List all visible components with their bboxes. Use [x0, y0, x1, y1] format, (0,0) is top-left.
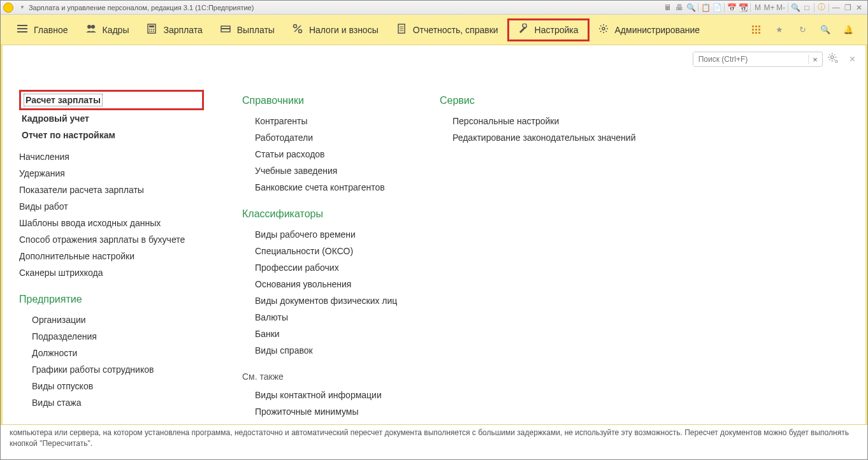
menu-reports[interactable]: Отчетность, справки — [387, 18, 507, 41]
svg-point-22 — [602, 27, 605, 30]
link-additional-settings[interactable]: Дополнительные настройки — [19, 248, 204, 264]
close-icon[interactable]: ✕ — [853, 3, 865, 13]
menu-hr[interactable]: Кадры — [77, 18, 138, 41]
link-vacation-types[interactable]: Виды отпусков — [32, 378, 204, 394]
link-banks[interactable]: Банки — [255, 326, 401, 342]
percent-icon — [293, 24, 303, 36]
m-minus-btn[interactable]: M- — [775, 3, 786, 13]
menu-salary[interactable]: Зарплата — [138, 18, 211, 41]
calculator-icon — [147, 24, 157, 36]
calendar-icon[interactable]: 📅 — [726, 3, 737, 13]
link-work-schedules[interactable]: Графики работы сотрудников — [32, 361, 204, 378]
zoom-icon[interactable]: □ — [801, 3, 813, 13]
sub-toolbar: × × — [3, 45, 865, 71]
history-icon[interactable]: ↻ — [793, 21, 811, 39]
main-menu: Главное Кадры Зарплата Выплаты Налоги и … — [1, 15, 867, 45]
link-subsistence-minimums[interactable]: Прожиточные минимумы — [255, 403, 401, 417]
link-positions[interactable]: Должности — [32, 345, 204, 361]
link-employers[interactable]: Работодатели — [255, 129, 401, 146]
menu-admin[interactable]: Администрирование — [590, 18, 709, 41]
svg-point-33 — [835, 60, 837, 62]
svg-point-3 — [87, 25, 91, 29]
window-title: Зарплата и управление персоналом, редакц… — [29, 4, 254, 11]
svg-point-7 — [149, 29, 150, 30]
svg-rect-30 — [755, 32, 757, 34]
link-accruals[interactable]: Начисления — [19, 148, 204, 165]
svg-rect-2 — [17, 31, 27, 32]
search-input[interactable] — [693, 52, 808, 66]
zoom-in-icon[interactable]: 🔍 — [790, 3, 801, 13]
link-salary-calc[interactable]: Расчет зарплаты — [19, 90, 204, 110]
link-settings-report[interactable]: Отчет по настройкам — [19, 127, 204, 143]
link-bank-accounts[interactable]: Банковские счета контрагентов — [255, 179, 401, 196]
link-worker-professions[interactable]: Профессии рабочих — [255, 259, 401, 276]
svg-rect-25 — [758, 25, 760, 27]
m-btn[interactable]: M — [752, 3, 763, 13]
see-also-label: См. также — [242, 371, 401, 382]
search-toolbar-icon[interactable]: 🔍 — [816, 21, 834, 39]
print-icon[interactable]: 🖶 — [674, 3, 685, 13]
link-departments[interactable]: Подразделения — [32, 328, 204, 345]
link-work-types[interactable]: Виды работ — [19, 198, 204, 215]
link-currencies[interactable]: Валюты — [255, 309, 401, 326]
menu-main[interactable]: Главное — [8, 18, 77, 41]
dropdown-icon[interactable]: ▼ — [20, 4, 25, 10]
svg-point-4 — [91, 25, 95, 29]
maximize-icon[interactable]: ❐ — [842, 3, 853, 13]
menu-settings[interactable]: Настройка — [507, 18, 590, 41]
link-deductions[interactable]: Удержания — [19, 165, 204, 182]
link-organizations[interactable]: Организации — [32, 312, 204, 328]
svg-line-17 — [294, 25, 301, 32]
svg-point-12 — [153, 31, 154, 32]
link-educational-institutions[interactable]: Учебные заведения — [255, 162, 401, 179]
clear-search-button[interactable]: × — [808, 55, 822, 64]
star-icon[interactable]: ★ — [770, 21, 788, 39]
settings-small-icon[interactable] — [828, 53, 839, 66]
menu-taxes[interactable]: Налоги и взносы — [284, 18, 387, 41]
svg-point-32 — [830, 55, 834, 59]
calendar2-icon[interactable]: 📆 — [737, 3, 749, 13]
link-salary-reflection[interactable]: Способ отражения зарплаты в бухучете — [19, 231, 204, 248]
svg-rect-28 — [758, 29, 760, 31]
svg-rect-1 — [17, 28, 27, 29]
bell-icon[interactable]: 🔔 — [839, 21, 857, 39]
link-counterparties[interactable]: Контрагенты — [255, 113, 401, 129]
link-input-templates[interactable]: Шаблоны ввода исходных данных — [19, 215, 204, 231]
m-plus-btn[interactable]: M+ — [763, 3, 775, 13]
link-dismissal-grounds[interactable]: Основания увольнения — [255, 276, 401, 292]
link-seniority-types[interactable]: Виды стажа — [32, 394, 204, 411]
link-barcode-scanners[interactable]: Сканеры штрихкода — [19, 264, 204, 281]
help-icon[interactable]: ⓘ — [816, 3, 827, 13]
svg-point-16 — [298, 30, 301, 33]
menu-payments[interactable]: Выплаты — [212, 18, 284, 41]
svg-point-8 — [151, 29, 152, 30]
link-individual-doc-types[interactable]: Виды документов физических лиц — [255, 292, 401, 309]
link-hr-accounting[interactable]: Кадровый учет — [19, 110, 204, 127]
link-edit-legislative-values[interactable]: Редактирование законодательных значений — [452, 129, 656, 146]
svg-point-15 — [293, 25, 296, 28]
copy-icon[interactable]: 📋 — [700, 3, 711, 13]
svg-rect-26 — [752, 29, 754, 31]
hamburger-icon — [17, 24, 27, 36]
svg-rect-24 — [755, 25, 757, 27]
link-contact-info-types[interactable]: Виды контактной информации — [255, 387, 401, 403]
link-certificate-types[interactable]: Виды справок — [255, 342, 401, 359]
link-specialties-okso[interactable]: Специальности (ОКСО) — [255, 243, 401, 259]
svg-rect-0 — [17, 25, 27, 26]
doc-icon[interactable]: 📄 — [711, 3, 723, 13]
close-panel-button[interactable]: × — [850, 54, 855, 65]
link-salary-indicators[interactable]: Показатели расчета зарплаты — [19, 182, 204, 198]
svg-point-9 — [153, 29, 154, 30]
minimize-icon[interactable]: — — [830, 3, 842, 13]
preview-icon[interactable]: 🔍 — [685, 3, 697, 13]
calc-icon[interactable]: 🖩 — [662, 3, 674, 13]
link-personal-settings[interactable]: Персональные настройки — [452, 113, 656, 129]
section-enterprise: Предприятие — [19, 294, 204, 305]
link-working-time-types[interactable]: Виды рабочего времени — [255, 226, 401, 243]
link-expense-items[interactable]: Статьи расходов — [255, 146, 401, 162]
apps-grid-icon[interactable] — [748, 21, 765, 39]
wrench-icon — [518, 24, 528, 36]
svg-point-10 — [149, 31, 150, 32]
svg-rect-27 — [755, 29, 757, 31]
section-directories: Справочники — [242, 95, 401, 106]
